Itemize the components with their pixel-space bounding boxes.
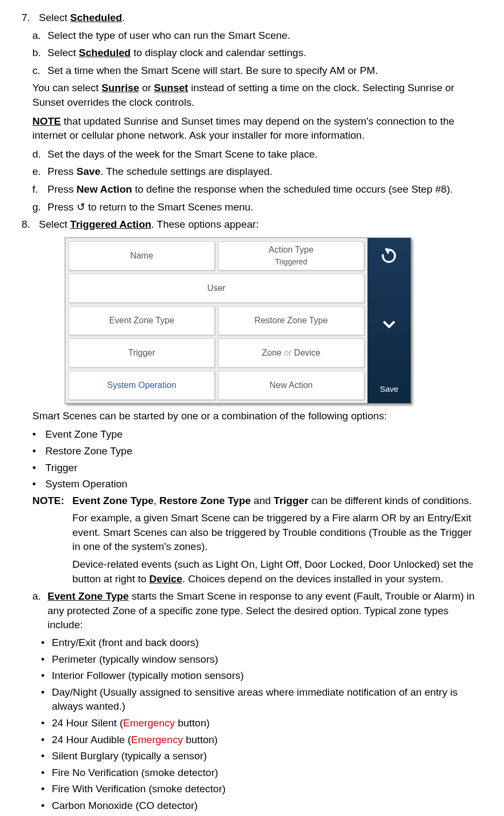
ui-screenshot: Name Action Type Triggered User Event Zo… [65,237,482,404]
ui-zone-device-button[interactable]: Zone or Device [218,338,364,368]
zonetype-silent-burglary: •Silent Burglary (typically a sensor) [41,749,482,764]
step-7b: b. Select Scheduled to display clock and… [32,46,482,60]
zonetype-interior: •Interior Follower (typically motion sen… [41,669,482,683]
step-7a: a. Select the type of user who can run t… [32,29,482,43]
zonetype-fire-no-verify: •Fire No Verification (smoke detector) [41,766,482,780]
ui-action-type-button[interactable]: Action Type Triggered [218,241,364,270]
ui-restore-zone-button[interactable]: Restore Zone Type [218,306,364,335]
step-8-after-fig: Smart Scenes can be started by one or a … [32,409,482,424]
bullet-restore-zone: •Restore Zone Type [32,444,482,459]
zonetype-perimeter: •Perimeter (typically window sensors) [41,652,482,667]
step-7g: g. Press ↺ to return to the Smart Scenes… [32,200,482,215]
step-8-note-p2: For example, a given Smart Scene can be … [72,511,482,554]
ui-trigger-button[interactable]: Trigger [69,338,215,368]
step-7c: c. Set a time when the Smart Scene will … [32,64,482,78]
chevron-down-icon[interactable] [380,315,398,336]
step-8a: a. Event Zone Type starts the Smart Scen… [32,589,482,633]
step-7-text: Select Scheduled. [39,11,482,25]
zonetype-entry-exit: •Entry/Exit (front and back doors) [41,636,482,650]
ui-save-button[interactable]: Save [380,383,398,395]
zonetype-24h-silent: •24 Hour Silent (Emergency button) [41,716,482,731]
step-8-note: NOTE: Event Zone Type, Restore Zone Type… [32,494,482,508]
step-8-note-p3: Device-related events (such as Light On,… [72,557,482,586]
step-7: 7. Select Scheduled. [22,11,482,25]
zonetype-24h-audible: •24 Hour Audible (Emergency button) [41,733,482,747]
step-7f: f. Press New Action to define the respon… [32,182,482,197]
step-number: 7. [22,11,39,25]
step-8: 8. Select Triggered Action. These option… [22,217,482,232]
zonetype-day-night: •Day/Night (Usually assigned to sensitiv… [41,685,482,714]
ui-event-zone-button[interactable]: Event Zone Type [69,306,215,335]
step-7e: e. Press Save. The schedule settings are… [32,165,482,179]
zonetype-fire-with-verify: •Fire With Verification (smoke detector) [41,782,482,797]
bullet-event-zone: •Event Zone Type [32,427,482,442]
zonetype-carbon-monoxide: •Carbon Monoxide (CO detector) [41,799,482,813]
ui-user-button[interactable]: User [69,274,364,303]
bullet-system-operation: •System Operation [32,477,482,492]
ui-new-action-button[interactable]: New Action [218,371,364,400]
ui-system-operation-button[interactable]: System Operation [69,371,215,400]
step-7d: d. Set the days of the week for the Smar… [32,147,482,162]
step-7-note: NOTE that updated Sunrise and Sunset tim… [32,114,482,143]
ui-name-button[interactable]: Name [69,241,215,270]
bullet-trigger: •Trigger [32,461,482,475]
step-7-para1: You can select Sunrise or Sunset instead… [32,81,482,110]
back-icon[interactable] [380,247,398,268]
